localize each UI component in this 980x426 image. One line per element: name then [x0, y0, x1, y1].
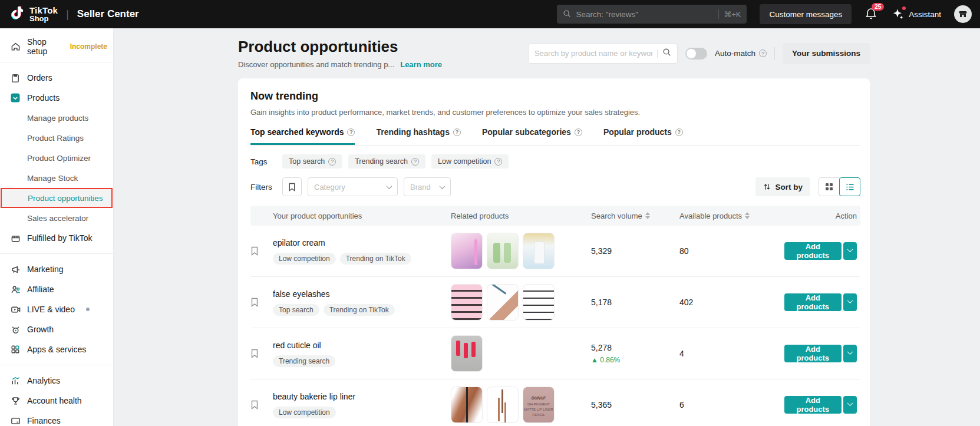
sort-available-products[interactable] — [745, 212, 750, 219]
product-thumbnail[interactable] — [523, 284, 555, 321]
product-thumbnail[interactable] — [451, 335, 483, 372]
sidebar-item-manage-products[interactable]: Manage products — [0, 108, 113, 128]
help-icon[interactable]: ? — [575, 128, 582, 136]
your-submissions-button[interactable]: Your submissions — [783, 43, 870, 64]
sidebar-item-apps-services[interactable]: Apps & services — [0, 339, 113, 359]
grid-view-button[interactable] — [819, 177, 840, 196]
column-action: Action — [784, 212, 860, 220]
help-icon[interactable]: ? — [347, 128, 355, 136]
notification-count-badge: 25 — [872, 3, 884, 11]
product-thumbnail[interactable] — [487, 233, 519, 269]
help-icon[interactable]: ? — [494, 158, 502, 166]
sidebar-item-shop-setup[interactable]: Shop setup Incomplete — [0, 37, 113, 57]
available-products-value: 80 — [679, 246, 784, 256]
sidebar-item-marketing[interactable]: Marketing — [0, 259, 113, 279]
sidebar-item-manage-stock[interactable]: Manage Stock — [0, 168, 113, 188]
sidebar-item-fulfilled-by-tiktok[interactable]: Fulfilled by TikTok — [0, 228, 113, 248]
customer-messages-button[interactable]: Customer messages — [760, 4, 852, 24]
product-search-input[interactable]: Search by product name or keyword — [528, 44, 678, 64]
bookmark-icon[interactable] — [250, 400, 273, 410]
sidebar-item-label: Manage Stock — [27, 174, 78, 183]
add-products-button[interactable]: Add products — [784, 293, 842, 311]
sidebar-item-account-health[interactable]: Account health — [0, 391, 113, 411]
assistant-button[interactable]: Assistant — [892, 8, 941, 21]
add-products-button[interactable]: Add products — [784, 242, 842, 260]
bookmark-filter-button[interactable] — [282, 177, 302, 196]
tags-label: Tags — [250, 157, 275, 166]
live-video-icon — [10, 304, 21, 315]
tab-trending-hashtags[interactable]: Trending hashtags ? — [376, 127, 460, 145]
sidebar-item-product-ratings[interactable]: Product Ratings — [0, 128, 113, 148]
tiktok-shop-logo[interactable]: TikTok Shop — [9, 5, 58, 23]
sidebar-item-sales-accelerator[interactable]: Sales accelerator — [0, 208, 113, 228]
product-thumbnail[interactable] — [451, 284, 483, 321]
help-icon[interactable]: ? — [759, 49, 767, 57]
sidebar-item-products[interactable]: Products — [0, 88, 113, 108]
help-icon[interactable]: ? — [411, 158, 419, 166]
product-thumbnail[interactable]: DUNUF GH PIGMENT MATTE LIP LINER PENCIL — [523, 387, 555, 423]
sidebar-item-orders[interactable]: Orders — [0, 68, 113, 88]
add-products-button[interactable]: Add products — [784, 396, 842, 414]
help-icon[interactable]: ? — [675, 128, 683, 136]
home-icon — [10, 41, 21, 52]
sidebar-item-finances[interactable]: Finances — [0, 411, 113, 426]
search-volume-value: 5,178 — [591, 298, 679, 307]
learn-more-link[interactable]: Learn more — [400, 60, 442, 69]
brand-label: Brand — [410, 183, 431, 191]
search-divider — [657, 49, 658, 58]
product-thumbnail[interactable] — [487, 387, 519, 423]
search-icon[interactable] — [662, 48, 671, 59]
table-row: false eyelashes Top search Trending on T… — [250, 277, 860, 328]
sort-by-button[interactable]: Sort by — [755, 177, 810, 196]
add-products-dropdown-button[interactable] — [843, 242, 857, 260]
product-thumbnail[interactable] — [523, 233, 555, 269]
product-keyword[interactable]: beauty bakerie lip liner — [273, 392, 451, 401]
tab-popular-subcategories[interactable]: Popular subcategories ? — [482, 127, 582, 145]
keyword-tag: Trending search — [273, 355, 335, 367]
sidebar-item-label: Analytics — [27, 376, 60, 385]
global-search-input[interactable]: Search: "reviews" ⌘+K — [557, 5, 747, 24]
bookmark-icon[interactable] — [250, 298, 273, 307]
product-keyword[interactable]: red cuticle oil — [273, 341, 451, 350]
sort-search-volume[interactable] — [645, 212, 650, 219]
sidebar-item-product-opportunities[interactable]: Product opportunities — [1, 188, 113, 208]
bookmark-icon[interactable] — [250, 349, 273, 358]
sidebar-item-product-optimizer[interactable]: Product Optimizer — [0, 148, 113, 168]
add-products-dropdown-button[interactable] — [843, 396, 857, 414]
sidebar-item-growth[interactable]: Growth — [0, 319, 113, 339]
chip-label: Trending search — [355, 157, 408, 166]
table-header: Your product opportunities Related produ… — [250, 206, 860, 226]
sidebar-item-analytics[interactable]: Analytics — [0, 371, 113, 391]
chevron-down-icon — [387, 183, 392, 189]
help-icon[interactable]: ? — [453, 128, 461, 136]
help-icon[interactable]: ? — [328, 158, 336, 166]
tag-chip-trending-search[interactable]: Trending search ? — [348, 154, 425, 169]
keyword-tag: Top search — [273, 304, 319, 316]
sidebar-item-label: LIVE & video — [27, 305, 75, 314]
search-divider — [718, 9, 719, 19]
auto-match-toggle[interactable] — [685, 48, 707, 60]
product-keyword[interactable]: epilator cream — [273, 238, 451, 247]
product-keyword[interactable]: false eyelashes — [273, 289, 451, 299]
incomplete-badge: Incomplete — [70, 42, 107, 51]
tag-chip-top-search[interactable]: Top search ? — [282, 154, 342, 169]
tab-popular-products[interactable]: Popular products ? — [603, 127, 683, 145]
sidebar-item-affiliate[interactable]: Affiliate — [0, 279, 113, 299]
column-your-product-opportunities: Your product opportunities — [273, 212, 451, 220]
add-products-dropdown-button[interactable] — [843, 345, 857, 362]
product-thumbnail[interactable] — [451, 233, 483, 269]
account-avatar[interactable] — [954, 5, 972, 23]
sidebar-item-live-video[interactable]: LIVE & video — [0, 299, 113, 319]
tab-top-searched-keywords[interactable]: Top searched keywords ? — [250, 127, 355, 145]
product-thumbnail[interactable] — [487, 284, 519, 321]
notifications-bell-icon[interactable]: 25 — [864, 7, 879, 21]
bookmark-icon[interactable] — [250, 246, 273, 256]
add-products-button[interactable]: Add products — [784, 345, 842, 362]
list-view-button[interactable] — [839, 177, 860, 196]
category-select[interactable]: Category — [308, 177, 398, 196]
tag-chip-low-competition[interactable]: Low competition ? — [431, 154, 509, 169]
brand-select[interactable]: Brand — [404, 177, 451, 196]
add-products-dropdown-button[interactable] — [843, 293, 857, 311]
product-thumbnail[interactable] — [451, 387, 483, 423]
brand-separator: | — [66, 8, 69, 21]
